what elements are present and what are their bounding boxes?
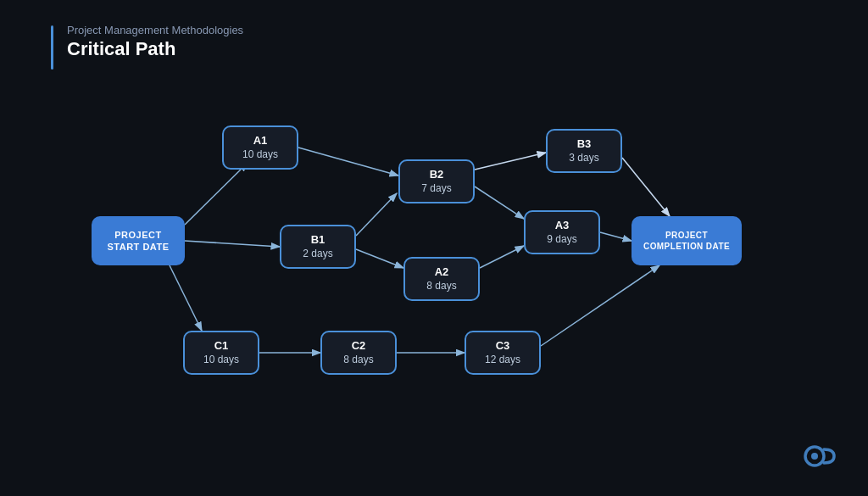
header-title: Critical Path (67, 38, 243, 60)
node-B2: B2 7 days (398, 159, 475, 203)
svg-line-15 (541, 265, 659, 346)
svg-line-6 (356, 193, 397, 236)
node-B3-label: B3 (577, 137, 592, 152)
svg-line-10 (475, 187, 524, 219)
node-C3: C3 12 days (465, 331, 541, 375)
header: Project Management Methodologies Critica… (51, 24, 243, 70)
node-B2-days: 7 days (421, 182, 451, 196)
svg-line-4 (170, 265, 202, 331)
node-A2-days: 8 days (426, 280, 456, 293)
node-A3: A3 9 days (524, 210, 600, 254)
node-A1-label: A1 (253, 134, 268, 148)
node-C3-days: 12 days (485, 354, 520, 367)
svg-line-5 (298, 148, 398, 176)
node-A1-days: 10 days (242, 148, 278, 162)
node-A2-label: A2 (435, 265, 449, 280)
node-A3-label: A3 (555, 219, 570, 233)
svg-line-7 (356, 249, 403, 268)
node-start-label: PROJECTSTART DATE (107, 229, 169, 254)
node-C1-days: 10 days (203, 354, 239, 367)
node-B3-days: 3 days (569, 152, 598, 165)
node-C3-label: C3 (496, 339, 510, 354)
node-A1: A1 10 days (222, 125, 298, 170)
svg-line-11 (480, 246, 524, 268)
node-B1-days: 2 days (303, 248, 332, 261)
svg-line-9 (475, 153, 546, 170)
header-text: Project Management Methodologies Critica… (67, 24, 243, 60)
node-end-label: PROJECTCOMPLETION DATE (643, 230, 730, 252)
node-A3-days: 9 days (547, 233, 576, 247)
node-B3: B3 3 days (546, 129, 622, 173)
node-C1-label: C1 (214, 339, 229, 354)
node-end: PROJECTCOMPLETION DATE (632, 216, 742, 265)
node-B2-label: B2 (430, 168, 444, 182)
header-accent-bar (51, 25, 53, 70)
svg-line-3 (185, 241, 280, 247)
node-start: PROJECTSTART DATE (92, 216, 185, 265)
node-C1: C1 10 days (183, 331, 259, 375)
svg-point-17 (811, 453, 818, 460)
node-C2-days: 8 days (343, 354, 373, 367)
svg-line-14 (600, 232, 632, 241)
node-A2: A2 8 days (403, 257, 480, 301)
node-B1: B1 2 days (280, 225, 356, 269)
svg-line-2 (185, 163, 248, 225)
logo (804, 441, 837, 477)
node-B1-label: B1 (311, 233, 326, 248)
header-subtitle: Project Management Methodologies (67, 24, 243, 36)
node-C2: C2 8 days (320, 331, 397, 375)
node-C2-label: C2 (352, 339, 366, 354)
svg-line-13 (622, 158, 670, 216)
